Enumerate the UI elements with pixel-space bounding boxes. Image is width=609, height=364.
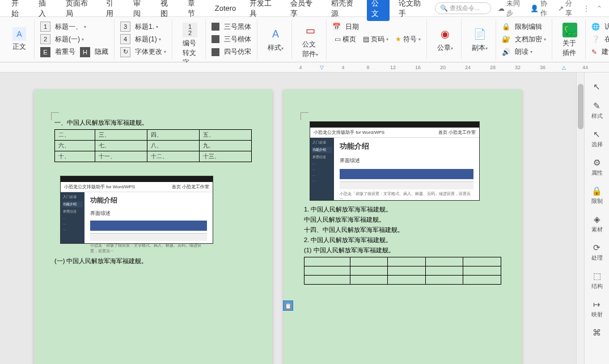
menu-insert[interactable]: 插入 — [34, 0, 57, 21]
lock-icon: 🔒 — [591, 186, 602, 196]
yema-button[interactable]: ▤ 页码▾ — [361, 33, 391, 45]
sidetool-style[interactable]: ✎样式 — [585, 98, 609, 124]
symbol-icon: ★ — [395, 35, 401, 43]
sidetool-material[interactable]: ◈素材 — [585, 211, 609, 237]
zhengwen-button[interactable]: A 正文 — [8, 25, 31, 54]
arrow-icon: ↖ — [593, 129, 600, 139]
ribbon-toolbar: A 正文 1标题一、▾ 2标题(一)▾ E着重号 H隐藏 3标题1.▾ 4标题(… — [0, 17, 609, 62]
pencil-icon: ✎ — [593, 101, 600, 111]
search-icon: 🔍 — [440, 5, 448, 12]
fuhao-button[interactable]: ★ 符号▾ — [393, 33, 423, 45]
about-button[interactable]: 🦕 关于插件 — [558, 20, 582, 60]
heading4-button[interactable]: 标题(1)▾ — [133, 33, 163, 45]
doc-line[interactable]: (1) 中国人民解放军海军福建舰。 — [304, 246, 501, 255]
menu-member[interactable]: 会员专享 — [286, 0, 322, 21]
doc-line[interactable]: 中国人民解放军海军福建舰。 — [304, 215, 501, 224]
share-icon: ↗ — [558, 5, 564, 12]
doc-line[interactable]: 2. 中国人民解放军海军福建舰。 — [304, 236, 501, 244]
feedback-button[interactable]: 建议反馈 — [599, 46, 609, 58]
font-icon — [212, 23, 219, 31]
diamond-icon: ◈ — [594, 214, 600, 225]
sidetool-process[interactable]: ⟳处理 — [585, 239, 609, 265]
num1-icon: 1 — [40, 22, 50, 32]
doc-line[interactable]: 十四、中国人民解放军海军福建舰。 — [304, 226, 501, 234]
menu-gongwen[interactable]: 公文 — [367, 0, 390, 21]
margin-corner-icon — [51, 112, 59, 120]
xzbj-button[interactable]: 限制编辑 — [513, 21, 544, 33]
gwparts-button[interactable]: ▭ 公文部件▾ — [298, 20, 323, 61]
doc-line[interactable]: 1. 中国人民解放军海军福建舰。 — [304, 205, 501, 214]
collapse-icon[interactable]: ⌃ — [597, 5, 602, 12]
style-a-icon: A — [268, 26, 284, 42]
embedded-screenshot-2[interactable]: 小恐龙公文排版助手 for Word/WPS首页 小恐龙工作室 入门必读 功能介… — [310, 121, 480, 201]
command-search[interactable]: 🔍 查找命令... — [435, 2, 491, 14]
share-button[interactable]: ↗分享 — [558, 0, 577, 18]
sidetool-select[interactable]: ↖选择 — [585, 126, 609, 152]
ruler-marker-icon[interactable]: △ — [562, 65, 566, 70]
langdu-button[interactable]: 朗读▾ — [513, 46, 535, 58]
doc-table-1[interactable]: 二、三、四、五、 六、七、八、九、 十、十一、十二、十三、 — [54, 129, 252, 162]
num3-icon: 3 — [120, 22, 130, 32]
lock-icon: 🔒 — [502, 23, 510, 31]
date-button[interactable]: 日期 — [343, 21, 361, 33]
sidetool-mapping[interactable]: ↦映射 — [585, 296, 609, 322]
menu-review[interactable]: 审阅 — [129, 0, 151, 21]
font3-button[interactable]: 四号仿宋 — [222, 46, 253, 58]
document-workspace[interactable]: 一、中国人民解放军海军福建舰。 二、三、四、五、 六、七、八、九、 十、十一、十… — [0, 73, 609, 364]
num2-icon: 2 — [40, 34, 50, 44]
pagenum-icon: ▤ — [363, 35, 369, 43]
page-2[interactable]: 小恐龙公文排版助手 for Word/WPS首页 小恐龙工作室 入门必读 功能介… — [284, 90, 522, 364]
menu-devtools[interactable]: 开发工具 — [245, 0, 281, 21]
hide-button[interactable]: 隐藏 — [92, 46, 111, 58]
website-button[interactable]: 访问网站 — [602, 21, 609, 33]
vertical-scrollbar[interactable] — [576, 73, 584, 364]
sync-button[interactable]: ☁未同步 — [498, 0, 523, 18]
menu-bar: 开始 插入 页面布局 引用 审阅 视图 章节 Zotero 开发工具 会员专享 … — [0, 0, 609, 17]
horizontal-ruler[interactable]: 4 ▽ 4 8 12 16 20 24 28 32 36 △ 44 — [0, 62, 609, 73]
more-icon[interactable]: ⋮ — [583, 5, 590, 12]
heading1-button[interactable]: 标题一、▾ — [53, 21, 88, 33]
doc-table-2[interactable] — [304, 257, 501, 285]
menu-reference[interactable]: 引用 — [102, 0, 124, 21]
menu-docer[interactable]: 稻壳资源 — [327, 0, 363, 21]
wdjm-button[interactable]: 文档加密▾ — [513, 33, 548, 45]
sidetool-more[interactable]: ⌘ — [585, 324, 609, 341]
paste-options-icon[interactable]: 📋 — [283, 300, 293, 311]
map-icon: ↦ — [593, 299, 600, 310]
hengye-button[interactable]: ▭ 横页 — [332, 33, 358, 45]
menu-chapter[interactable]: 章节 — [183, 0, 206, 21]
menu-zotero[interactable]: Zotero — [210, 2, 241, 15]
menu-thesis[interactable]: 论文助手 — [394, 0, 430, 21]
margin-corner-icon — [301, 112, 308, 120]
doc-heading[interactable]: 一、中国人民解放军海军福建舰。 — [54, 118, 252, 127]
heading3-button[interactable]: 标题1.▾ — [133, 21, 160, 33]
speaker-icon: 🔊 — [502, 48, 510, 56]
fuben-button[interactable]: 📄 副本▾ — [467, 24, 492, 55]
doc-line[interactable]: (一) 中国人民解放军海军福建舰。 — [54, 257, 252, 265]
embedded-screenshot[interactable]: 小恐龙公文排版助手 for Word/WPS首页 小恐龙工作室 入门必读 功能介… — [60, 176, 213, 244]
fontchange-button[interactable]: 字体更改▾ — [133, 46, 168, 58]
globe-icon: 🌐 — [591, 23, 600, 31]
font-icon — [212, 35, 219, 43]
menu-start[interactable]: 开始 — [7, 0, 29, 21]
menu-layout[interactable]: 页面布局 — [61, 0, 98, 21]
emphasis-button[interactable]: 着重号 — [53, 46, 78, 58]
right-sidebar: ↖ ✎样式 ↖选择 ⚙属性 🔒限制 ◈素材 ⟳处理 ⬚结构 ↦映射 ⌘ — [584, 73, 609, 364]
page-1[interactable]: 一、中国人民解放军海军福建舰。 二、三、四、五、 六、七、八、九、 十、十一、十… — [34, 90, 272, 364]
font2-button[interactable]: 三号楷体 — [222, 33, 253, 45]
page-icon: ▭ — [335, 35, 341, 43]
gongzhang-button[interactable]: ◉ 公章▾ — [433, 24, 458, 55]
menu-view[interactable]: 视图 — [156, 0, 179, 21]
font1-button[interactable]: 三号黑体 — [222, 21, 253, 33]
scroll-thumb[interactable] — [578, 84, 583, 129]
sidetool-structure[interactable]: ⬚结构 — [585, 268, 609, 294]
sidetool-cursor[interactable]: ↖ — [585, 78, 609, 95]
ruler-marker-icon[interactable]: ▽ — [320, 65, 324, 70]
collab-button[interactable]: 👤协作 — [530, 0, 551, 18]
onlinehelp-button[interactable]: 在线帮助 — [602, 33, 609, 45]
sidetool-restrict[interactable]: 🔒限制 — [585, 183, 609, 209]
parts-icon: ▭ — [302, 23, 318, 39]
style-button[interactable]: A 样式▾ — [263, 24, 288, 55]
sidetool-property[interactable]: ⚙属性 — [585, 154, 609, 180]
heading2-button[interactable]: 标题(一)▾ — [53, 33, 86, 45]
